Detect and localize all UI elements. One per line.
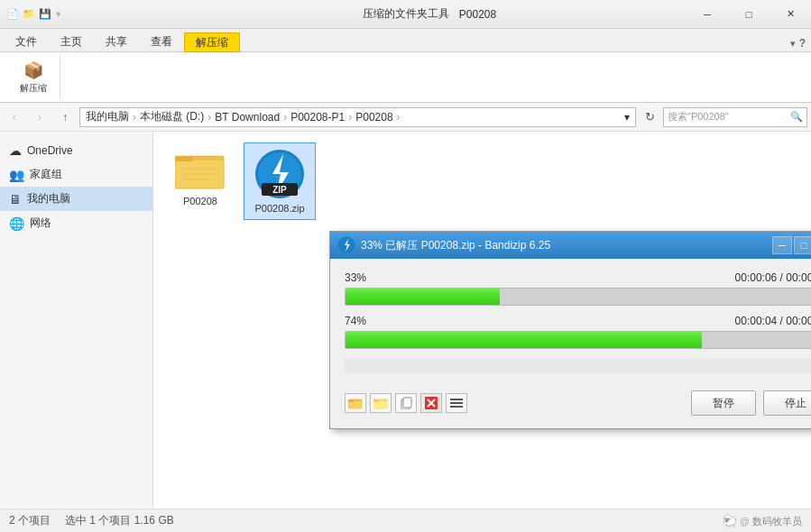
title-bar: 📄 📁 💾 ▾ 压缩的文件夹工具 P00208 ─ □ ✕: [0, 0, 811, 29]
sidebar-item-network[interactable]: 🌐 网络: [0, 211, 152, 235]
dialog-title-bar: 33% 已解压 P00208.zip - Bandizip 6.25 ─ □ ✕: [330, 232, 811, 259]
tab-home[interactable]: 主页: [49, 32, 94, 51]
progress1-percent: 33%: [345, 271, 366, 284]
progress-bar-1: [345, 288, 811, 306]
progress-bar-2-fill: [346, 332, 702, 348]
window-controls: ─ □ ✕: [687, 0, 811, 29]
svg-rect-20: [403, 398, 411, 408]
path-drive: 本地磁盘 (D:): [140, 109, 204, 124]
ribbon-collapse-icon[interactable]: ▾: [790, 38, 796, 50]
status-selected: 选中 1 个项目 1.16 GB: [65, 513, 174, 528]
dialog-footer: 暂停 停止: [345, 383, 811, 416]
progress-bar-2: [345, 331, 811, 349]
progress1-time: 00:00:06 / 00:00:19: [735, 271, 811, 284]
sidebar: ☁ OneDrive 👥 家庭组 🖥 我的电脑 🌐 网络: [0, 132, 153, 509]
dialog-buttons: 暂停 停止: [691, 390, 811, 416]
path-p1: P00208-P1: [290, 111, 345, 124]
folder-icon-qa[interactable]: 📁: [22, 7, 36, 22]
search-placeholder: 搜索"P00208": [668, 110, 790, 124]
bandizip-dialog: 33% 已解压 P00208.zip - Bandizip 6.25 ─ □ ✕…: [329, 231, 811, 429]
file-item-folder[interactable]: P00208: [164, 142, 236, 220]
ribbon-btn-row: 📦 解压缩: [14, 59, 52, 96]
copy-icon[interactable]: [395, 393, 417, 413]
homegroup-icon: 👥: [9, 168, 24, 182]
tab-file[interactable]: 文件: [4, 32, 49, 51]
progress-header-2: 74% 00:00:04 / 00:00:06: [345, 315, 811, 327]
path-computer: 我的电脑: [86, 109, 129, 124]
path-bt: BT Download: [215, 111, 280, 124]
folder-icon-graphic: [175, 149, 226, 192]
toolbar-label-text: 压缩的文件夹工具: [363, 7, 449, 20]
extract-all-button[interactable]: 📦 解压缩: [14, 59, 52, 96]
computer-icon: 🖥: [9, 192, 22, 206]
folder-2-icon[interactable]: [370, 393, 392, 413]
maximize-button[interactable]: □: [728, 0, 770, 29]
quick-access-toolbar: 📄 📁 💾 ▾: [0, 7, 60, 22]
delete-icon[interactable]: [420, 393, 442, 413]
open-folder-icon[interactable]: [345, 393, 366, 413]
tab-share[interactable]: 共享: [94, 32, 139, 51]
pause-button[interactable]: 暂停: [691, 390, 756, 416]
ribbon-extract-section: 📦 解压缩: [7, 56, 60, 99]
status-count: 2 个项目: [9, 513, 51, 528]
minimize-button[interactable]: ─: [687, 0, 728, 29]
onedrive-icon: ☁: [9, 143, 22, 158]
svg-rect-18: [373, 399, 379, 402]
dialog-min-btn[interactable]: ─: [772, 236, 792, 254]
dropdown-arrow[interactable]: ▾: [56, 9, 60, 19]
file-item-zip[interactable]: ZIP P00208.zip: [244, 142, 316, 220]
svg-rect-15: [348, 399, 354, 402]
up-button[interactable]: ↑: [54, 106, 76, 128]
path-dropdown-icon[interactable]: ▾: [624, 111, 630, 124]
sidebar-item-onedrive[interactable]: ☁ OneDrive: [0, 139, 152, 162]
status-bar: 2 个项目 选中 1 个项目 1.16 GB 🐑 @ 数码牧羊员: [0, 509, 811, 532]
bandizip-icon: [337, 236, 355, 254]
sidebar-item-homegroup[interactable]: 👥 家庭组: [0, 162, 152, 187]
menu-line-2: [450, 402, 463, 404]
help-icon[interactable]: ?: [799, 37, 806, 50]
close-button[interactable]: ✕: [770, 0, 811, 29]
address-bar: ‹ › ↑ 我的电脑 › 本地磁盘 (D:) › BT Download › P…: [0, 103, 811, 132]
tab-view[interactable]: 查看: [139, 32, 184, 51]
search-box[interactable]: 搜索"P00208" 🔍: [663, 107, 807, 127]
svg-rect-2: [175, 156, 193, 161]
tab-extract[interactable]: 解压缩: [184, 32, 240, 52]
path-p00208: P00208: [355, 111, 392, 124]
window-title: P00208: [459, 8, 496, 21]
sidebar-label-computer: 我的电脑: [27, 191, 70, 206]
zip-icon-graphic: ZIP: [254, 149, 305, 199]
dialog-title-text: 33% 已解压 P00208.zip - Bandizip 6.25: [361, 238, 772, 253]
filename-bar: [345, 358, 811, 372]
window-title-text: P00208: [459, 8, 496, 21]
sidebar-label-onedrive: OneDrive: [27, 144, 73, 157]
back-button[interactable]: ‹: [4, 106, 25, 128]
progress2-percent: 74%: [345, 315, 366, 327]
extract-all-icon: 📦: [23, 60, 43, 80]
address-path[interactable]: 我的电脑 › 本地磁盘 (D:) › BT Download › P00208-…: [79, 107, 636, 127]
svg-rect-17: [373, 401, 387, 408]
network-icon: 🌐: [9, 216, 24, 231]
search-icon: 🔍: [790, 111, 803, 123]
folder-label: P00208: [183, 196, 217, 206]
progress-header-1: 33% 00:00:06 / 00:00:19: [345, 271, 811, 284]
forward-button[interactable]: ›: [29, 106, 51, 128]
sidebar-item-mycomputer[interactable]: 🖥 我的电脑: [0, 187, 152, 211]
main-area: ☁ OneDrive 👥 家庭组 🖥 我的电脑 🌐 网络: [0, 132, 811, 509]
menu-icon[interactable]: [446, 393, 467, 413]
toolbar-label: 压缩的文件夹工具: [363, 6, 449, 22]
zip-label: P00208.zip: [254, 203, 304, 214]
dialog-max-btn[interactable]: □: [794, 236, 811, 254]
progress-section-1: 33% 00:00:06 / 00:00:19: [345, 271, 811, 306]
dialog-footer-icons: [345, 393, 691, 413]
sidebar-label-network: 网络: [30, 216, 51, 231]
stop-button[interactable]: 停止: [763, 390, 811, 416]
extract-all-label: 解压缩: [20, 82, 47, 95]
ribbon-tabs: 文件 主页 共享 查看 解压缩 ▾ ?: [0, 29, 811, 52]
save-icon[interactable]: 💾: [38, 7, 52, 22]
refresh-button[interactable]: ↻: [640, 107, 659, 127]
svg-text:ZIP: ZIP: [272, 185, 287, 195]
ribbon-bar: 📦 解压缩: [0, 52, 811, 103]
file-view: P00208 ZIP P00208.zip: [153, 132, 811, 509]
watermark-text: 数码牧羊员: [752, 516, 802, 527]
new-doc-icon[interactable]: 📄: [5, 7, 20, 22]
